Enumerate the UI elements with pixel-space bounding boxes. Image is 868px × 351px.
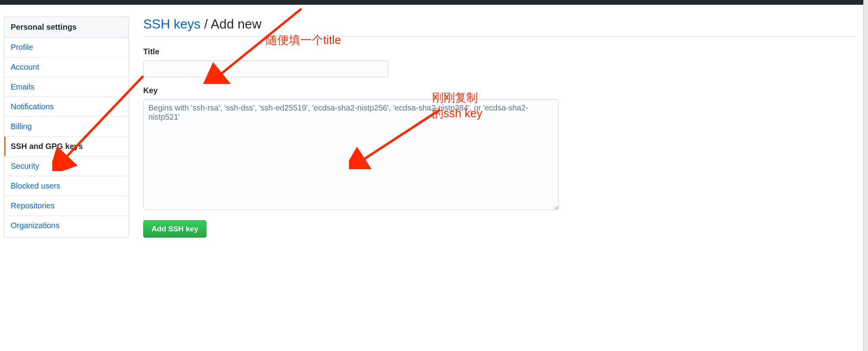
sidebar-item-label: Blocked users	[11, 181, 61, 190]
top-bar	[0, 0, 868, 5]
sidebar-item-account[interactable]: Account	[4, 57, 129, 77]
page-title: SSH keys / Add new	[143, 17, 856, 37]
sidebar-item-security[interactable]: Security	[4, 156, 129, 176]
sidebar-item-blocked-users[interactable]: Blocked users	[4, 176, 129, 196]
form-group-key: Key	[143, 86, 856, 212]
sidebar-item-ssh-gpg-keys[interactable]: SSH and GPG keys	[4, 137, 129, 156]
sidebar-item-label: Security	[11, 162, 39, 170]
sidebar-item-label: Repositories	[11, 201, 55, 210]
breadcrumb-sep: /	[201, 17, 211, 31]
sidebar-header: Personal settings	[4, 17, 129, 38]
title-input[interactable]	[143, 60, 389, 77]
title-label: Title	[143, 47, 856, 56]
sidebar-item-label: Profile	[11, 43, 33, 52]
key-textarea[interactable]	[143, 99, 559, 210]
main-content: SSH keys / Add new Title Key Add SSH key…	[143, 17, 864, 238]
sidebar-item-notifications[interactable]: Notifications	[4, 97, 129, 117]
add-ssh-key-button[interactable]: Add SSH key	[143, 220, 207, 238]
sidebar-item-repositories[interactable]: Repositories	[4, 196, 129, 216]
sidebar-item-label: SSH and GPG keys	[11, 142, 83, 151]
breadcrumb-link[interactable]: SSH keys	[143, 17, 201, 31]
sidebar-item-emails[interactable]: Emails	[4, 77, 129, 97]
sidebar-item-profile[interactable]: Profile	[4, 38, 129, 57]
sidebar-item-billing[interactable]: Billing	[4, 117, 129, 137]
sidebar-item-label: Emails	[11, 82, 34, 91]
form-group-title: Title	[143, 47, 856, 77]
scrollbar-track[interactable]	[863, 0, 868, 250]
sidebar-item-label: Notifications	[11, 102, 54, 111]
key-label: Key	[143, 86, 856, 95]
sidebar: Personal settings Profile Account Emails…	[4, 17, 129, 238]
sidebar-item-label: Account	[11, 63, 39, 71]
sidebar-item-label: Organizations	[11, 221, 59, 230]
sidebar-item-label: Billing	[11, 122, 32, 131]
breadcrumb-current: Add new	[211, 17, 262, 31]
container: Personal settings Profile Account Emails…	[0, 5, 868, 250]
sidebar-item-organizations[interactable]: Organizations	[4, 216, 129, 235]
